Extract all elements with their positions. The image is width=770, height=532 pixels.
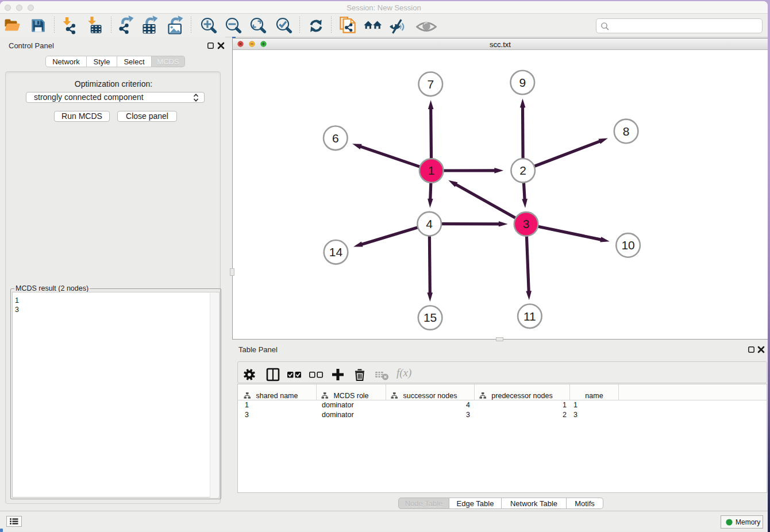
svg-text:9: 9 <box>519 76 526 89</box>
svg-text:8: 8 <box>623 125 630 138</box>
svg-text:6: 6 <box>332 132 339 145</box>
svg-text:11: 11 <box>523 310 536 323</box>
svg-text:15: 15 <box>424 311 437 324</box>
svg-text:1: 1 <box>428 164 435 177</box>
svg-text:4: 4 <box>426 217 433 230</box>
svg-text:14: 14 <box>329 245 343 259</box>
svg-text:10: 10 <box>621 238 634 252</box>
svg-text:2: 2 <box>519 164 526 177</box>
svg-text:7: 7 <box>427 78 434 91</box>
svg-text:3: 3 <box>523 217 530 230</box>
